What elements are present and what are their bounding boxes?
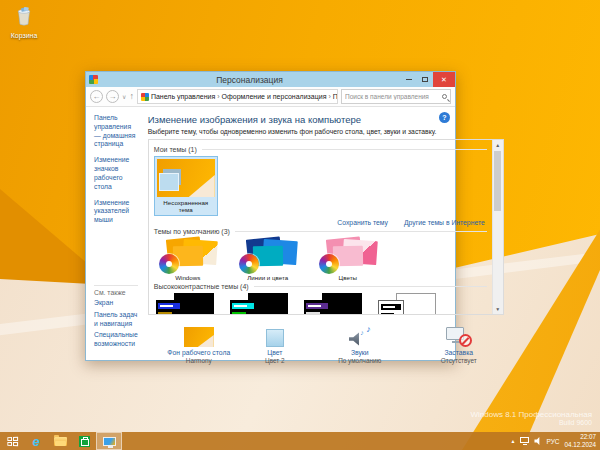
theme-pinwheel-icon [239,254,259,274]
minimize-button[interactable] [401,72,417,87]
watermark-build: Build 9600 [470,419,592,426]
theme-pinwheel-icon [319,254,339,274]
see-also-section: См. также Экран Панель задач и навигация… [94,285,138,352]
high-contrast-group-header: Высококонтрастные темы (4) [154,283,487,290]
taskbar-file-explorer[interactable] [48,432,72,450]
recycle-bin[interactable]: Корзина [4,5,44,39]
theme-unsaved[interactable]: Несохраненная тема [154,156,218,216]
themes-scrollbar[interactable]: ▲ ▼ [492,140,503,314]
theme-high-contrast-1[interactable] [156,293,216,315]
sidebar-link-home[interactable]: Панель управления — домашняя страница [94,114,138,149]
theme-high-contrast-2[interactable] [230,293,290,315]
color-setting[interactable]: Цвет Цвет 2 [244,323,306,364]
window-title: Персонализация [98,75,401,85]
sidebar-link-taskbar[interactable]: Панель задач и навигация [94,311,138,329]
control-panel-icon [141,93,149,101]
breadcrumb-personalization[interactable]: Персонализация [333,93,338,100]
theme-high-contrast-black[interactable] [304,293,364,315]
window-icon [89,75,98,84]
screensaver-value: Отсутствует [416,357,502,364]
breadcrumb-separator-icon: › [328,93,330,100]
scrollbar-down-icon[interactable]: ▼ [495,304,500,314]
default-themes-row: Windows Линии и цвета Цветы [154,238,487,281]
system-tray: ▲ РУС 22:07 04.12.2024 [511,433,600,449]
my-themes-label: Мои темы (1) [154,146,197,153]
window-content: Панель управления — домашняя страница Из… [86,108,455,360]
sounds-value: По умолчанию [314,357,406,364]
minimize-icon [406,79,412,80]
network-icon[interactable] [520,437,529,443]
theme-flowers[interactable]: Цветы [316,238,380,281]
maximize-icon [422,77,428,82]
settings-row: Фон рабочего стола Harmony Цвет Цвет 2 ♪… [148,323,504,364]
default-themes-label: Темы по умолчанию (3) [154,228,230,235]
close-button[interactable]: ✕ [433,72,455,87]
high-contrast-row [154,293,487,315]
default-themes-group-header: Темы по умолчанию (3) [154,228,487,235]
volume-icon[interactable] [534,437,541,445]
theme-lines-colors[interactable]: Линии и цвета [236,238,300,281]
taskbar-internet-explorer[interactable]: e [24,432,48,450]
theme-windows-thumbnail [159,238,217,272]
taskbar-personalization-active[interactable] [96,432,122,450]
clock-time: 22:07 [564,433,596,441]
search-box[interactable] [341,89,451,104]
color-value: Цвет 2 [244,357,306,364]
breadcrumb-appearance[interactable]: Оформление и персонализация [222,93,327,100]
watermark-edition: Windows 8.1 Профессиональная [470,410,592,419]
theme-lines-label: Линии и цвета [236,274,300,281]
theme-windows-label: Windows [156,274,220,281]
theme-flowers-thumbnail [319,238,377,272]
forward-button[interactable]: → [106,90,119,103]
theme-windows[interactable]: Windows [156,238,220,281]
start-button[interactable] [0,432,24,450]
up-button[interactable]: ↑ [129,92,134,101]
theme-unsaved-thumbnail [157,159,215,197]
personalization-window: Персонализация ✕ ← → ∨ ↑ Панель управлен… [85,71,456,361]
sidebar-link-desktop-icons[interactable]: Изменение значков рабочего стола [94,156,138,191]
desktop-background-setting[interactable]: Фон рабочего стола Harmony [158,323,240,364]
language-indicator[interactable]: РУС [546,438,559,445]
save-theme-link[interactable]: Сохранить тему [337,219,388,226]
desktop-background-label: Фон рабочего стола [158,349,240,356]
search-icon[interactable] [442,94,447,99]
breadcrumb-control-panel[interactable]: Панель управления [151,93,215,100]
sidebar-link-mouse-pointers[interactable]: Изменение указателей мыши [94,199,138,225]
recent-pages-dropdown-icon[interactable]: ∨ [122,93,126,100]
taskbar-store[interactable] [72,432,96,450]
screensaver-setting[interactable]: Заставка Отсутствует [416,323,502,364]
address-toolbar: ← → ∨ ↑ Панель управления › Оформление и… [86,87,455,107]
help-icon[interactable]: ? [439,112,450,123]
address-bar[interactable]: Панель управления › Оформление и персона… [137,89,338,104]
sidebar-link-display[interactable]: Экран [94,299,138,308]
sounds-setting[interactable]: ♪ ♪ Звуки По умолчанию [314,323,406,364]
maximize-button[interactable] [417,72,433,87]
window-titlebar[interactable]: Персонализация ✕ [86,72,455,87]
taskbar: e ▲ РУС 22:07 04.12.2024 [0,432,600,450]
scrollbar-up-icon[interactable]: ▲ [495,140,500,150]
theme-flowers-label: Цветы [316,274,380,281]
music-note-icon: ♪ [366,324,371,334]
music-note-icon: ♪ [360,329,364,336]
clock[interactable]: 22:07 04.12.2024 [564,433,596,449]
see-also-header: См. также [94,285,138,296]
desktop-background-icon [184,327,214,347]
personalization-window-icon [103,437,116,446]
screensaver-label: Заставка [416,349,502,356]
search-input[interactable] [345,93,442,100]
store-icon [79,436,90,447]
page-subtitle: Выберите тему, чтобы одновременно измени… [148,128,504,135]
folder-icon [54,437,67,446]
breadcrumb-separator-icon: › [217,93,219,100]
sidebar-link-ease-of-access[interactable]: Специальные возможности [94,331,138,349]
theme-high-contrast-white[interactable] [378,293,438,315]
show-hidden-icons-button[interactable]: ▲ [511,438,516,444]
scrollbar-thumb[interactable] [494,151,501,211]
main-panel: Изменение изображения и звука на компьют… [142,108,514,360]
more-themes-link[interactable]: Другие темы в Интернете [404,219,485,226]
theme-lines-thumbnail [239,238,297,272]
sounds-label: Звуки [314,349,406,356]
windows-logo-icon [7,436,18,445]
back-button[interactable]: ← [90,90,103,103]
theme-unsaved-label: Несохраненная тема [157,199,215,213]
